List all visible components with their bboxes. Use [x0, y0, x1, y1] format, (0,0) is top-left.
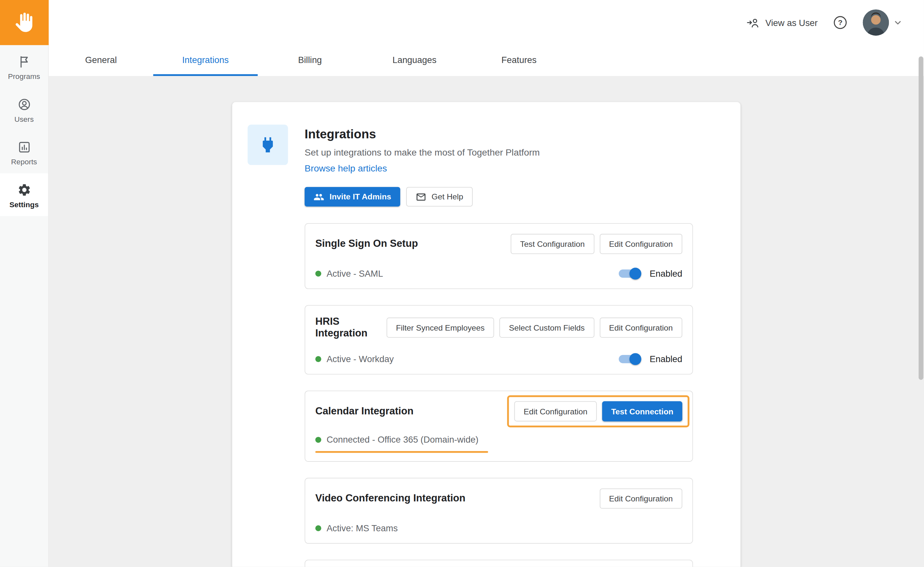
section-title: Calendar Integration	[316, 405, 413, 417]
scrollbar[interactable]	[918, 0, 924, 567]
users-person-icon	[17, 98, 31, 112]
status: Active: MS Teams	[316, 523, 398, 533]
edit-configuration-button[interactable]: Edit Configuration	[599, 318, 682, 338]
select-custom-fields-button[interactable]: Select Custom Fields	[499, 318, 594, 338]
svg-text:?: ?	[838, 18, 843, 27]
integrations-tile	[248, 125, 288, 165]
impersonate-person-arrow-icon	[746, 16, 759, 28]
main-content: Integrations Set up integrations to make…	[49, 76, 924, 567]
scrollbar-thumb[interactable]	[918, 57, 923, 380]
status: Active - Workday	[316, 354, 394, 364]
browse-help-articles-link[interactable]: Browse help articles	[305, 164, 387, 174]
status-text: Active: MS Teams	[326, 523, 398, 533]
help-button[interactable]: ?	[833, 16, 847, 30]
chevron-down-icon[interactable]	[893, 18, 903, 27]
annotation-highlight-box: Edit Configuration Test Connection	[507, 395, 690, 428]
status-dot-icon	[316, 270, 322, 276]
app-window: View as User ? General Inte	[0, 0, 924, 567]
status-dot-icon	[316, 356, 322, 362]
tab-languages[interactable]: Languages	[362, 45, 467, 76]
status-text: Active - Workday	[326, 354, 394, 364]
toggle-switch[interactable]	[619, 355, 640, 363]
section-title: Video Conferencing Integration	[316, 493, 466, 505]
sidebar: Programs Users Reports	[0, 0, 49, 567]
status-text: Active - SAML	[326, 268, 383, 278]
get-help-button[interactable]: Get Help	[406, 187, 473, 207]
avatar[interactable]	[863, 9, 889, 35]
tab-integrations[interactable]: Integrations	[153, 45, 258, 76]
reports-chart-icon	[17, 140, 31, 154]
plug-icon	[258, 135, 278, 155]
integrations-card: Integrations Set up integrations to make…	[232, 102, 741, 567]
top-bar: View as User ?	[0, 0, 924, 45]
status-text: Connected - Office 365 (Domain-wide)	[326, 435, 478, 445]
view-as-user-label: View as User	[765, 18, 818, 28]
status: Connected - Office 365 (Domain-wide)	[316, 435, 488, 445]
app-logo[interactable]	[0, 0, 49, 45]
sidebar-item-label: Reports	[11, 158, 37, 166]
annotation-underline	[316, 451, 488, 453]
tab-features[interactable]: Features	[467, 45, 571, 76]
test-connection-button[interactable]: Test Connection	[602, 401, 682, 422]
sidebar-item-settings[interactable]: Settings	[0, 173, 48, 216]
view-as-user-button[interactable]: View as User	[746, 16, 817, 28]
edit-configuration-button[interactable]: Edit Configuration	[599, 234, 682, 254]
settings-tabs: General Integrations Billing Languages F…	[49, 45, 924, 76]
programs-flag-icon	[17, 54, 31, 69]
page-title: Integrations	[305, 127, 693, 141]
test-configuration-button[interactable]: Test Configuration	[511, 234, 594, 254]
status-block: Connected - Office 365 (Domain-wide)	[316, 435, 488, 453]
hris-enabled-toggle[interactable]: Enabled	[619, 354, 682, 364]
section-hris: HRIS Integration Filter Synced Employees…	[305, 305, 693, 374]
section-single-sign-on: Single Sign On Setup Test Configuration …	[305, 223, 693, 289]
edit-configuration-button[interactable]: Edit Configuration	[514, 401, 597, 422]
header-actions: Invite IT Admins Get Help	[305, 187, 693, 207]
section-title: HRIS Integration	[316, 316, 387, 339]
sidebar-item-label: Settings	[9, 201, 39, 209]
status: Active - SAML	[316, 268, 383, 278]
avatar-image	[863, 9, 889, 35]
filter-synced-employees-button[interactable]: Filter Synced Employees	[386, 318, 494, 338]
sidebar-item-reports[interactable]: Reports	[0, 130, 48, 173]
sso-enabled-toggle[interactable]: Enabled	[619, 268, 682, 278]
sidebar-item-programs[interactable]: Programs	[0, 45, 48, 88]
sidebar-item-label: Programs	[8, 72, 40, 81]
sidebar-item-label: Users	[14, 115, 34, 124]
help-circle-icon: ?	[833, 16, 847, 30]
status-dot-icon	[316, 525, 322, 531]
tab-billing[interactable]: Billing	[258, 45, 362, 76]
section-video-conferencing: Video Conferencing Integration Edit Conf…	[305, 478, 693, 544]
section-calendar: Calendar Integration Edit Configuration …	[305, 391, 693, 462]
account-menu[interactable]	[863, 9, 903, 35]
invite-it-admins-button[interactable]: Invite IT Admins	[305, 187, 400, 207]
section-title: Single Sign On Setup	[316, 238, 418, 250]
hand-logo-icon	[13, 11, 35, 34]
toggle-label: Enabled	[649, 354, 682, 364]
mail-icon	[416, 191, 426, 202]
tab-general[interactable]: General	[49, 45, 153, 76]
section-partial	[305, 560, 693, 567]
sidebar-item-users[interactable]: Users	[0, 88, 48, 130]
toggle-label: Enabled	[649, 268, 682, 278]
settings-gear-icon	[17, 183, 31, 197]
integration-sections: Single Sign On Setup Test Configuration …	[305, 223, 693, 567]
status-dot-icon	[316, 436, 322, 442]
page-subtitle: Set up integrations to make the most of …	[305, 147, 693, 158]
edit-configuration-button[interactable]: Edit Configuration	[599, 488, 682, 508]
toggle-switch[interactable]	[619, 269, 640, 278]
people-icon	[314, 191, 324, 202]
